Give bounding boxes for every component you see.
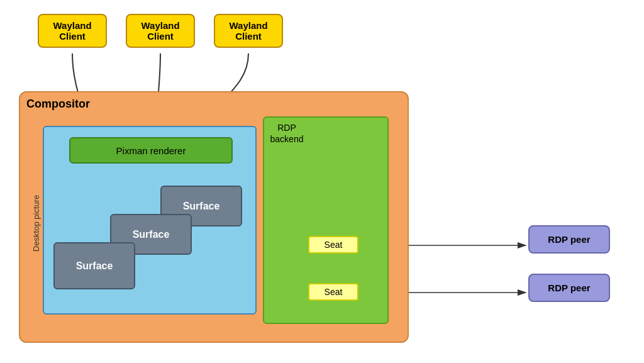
surface-box-1: Surface	[53, 242, 135, 289]
compositor-label: Compositor	[26, 98, 90, 111]
wc3-label: WaylandClient	[229, 20, 267, 42]
wc2-label: WaylandClient	[141, 20, 179, 42]
rdp-peer-label-1: RDP peer	[548, 234, 590, 245]
wayland-client-1: WaylandClient	[38, 14, 107, 48]
rdp-peer-label-2: RDP peer	[548, 282, 590, 293]
rdp-peer-1: RDP peer	[528, 225, 610, 254]
wayland-client-3: WaylandClient	[214, 14, 283, 48]
rdp-peer-2: RDP peer	[528, 274, 610, 302]
seat-box-2: Seat	[308, 283, 358, 301]
wc1-label: WaylandClient	[53, 20, 91, 42]
seat-label-1: Seat	[325, 240, 343, 250]
pixman-box: Pixman renderer	[69, 137, 233, 164]
seat-label-2: Seat	[325, 287, 343, 297]
surface-label-2: Surface	[133, 229, 170, 240]
surface-label-3: Surface	[183, 201, 220, 212]
diagram: Compositor Desktop picture Pixman render…	[0, 0, 644, 363]
desktop-picture-label: Desktop picture	[31, 176, 41, 252]
rdp-backend-label: RDP backend	[268, 122, 306, 145]
seat-box-1: Seat	[308, 236, 358, 254]
pixman-label: Pixman renderer	[116, 145, 186, 156]
surface-label-1: Surface	[76, 260, 113, 272]
wayland-client-2: WaylandClient	[126, 14, 195, 48]
